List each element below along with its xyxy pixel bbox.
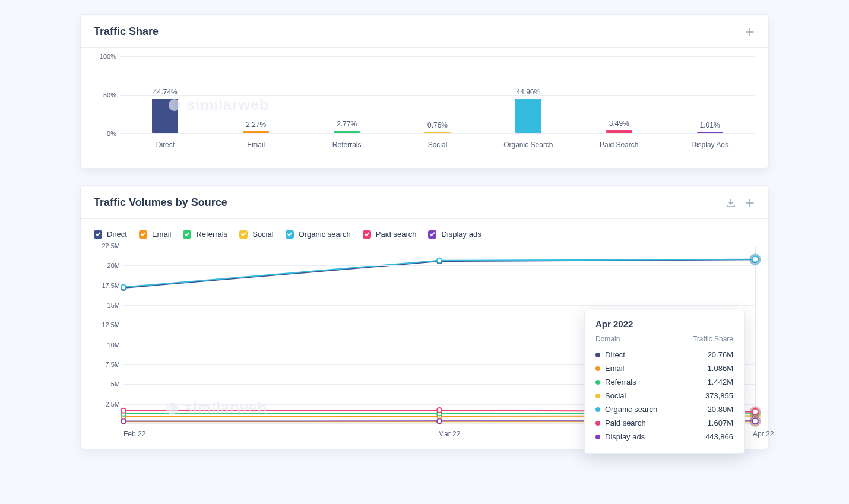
legend-label: Display ads <box>441 230 481 239</box>
bar-value-label: 1.01% <box>700 121 720 129</box>
legend-item-referrals[interactable]: Referrals <box>183 230 227 239</box>
add-icon[interactable] <box>745 198 755 208</box>
bar-value-label: 3.49% <box>609 119 629 128</box>
y-tick: 7.5M <box>94 361 120 368</box>
download-icon[interactable] <box>726 198 736 208</box>
legend-item-email[interactable]: Email <box>139 230 172 239</box>
checkbox-icon <box>183 230 191 239</box>
legend-item-direct[interactable]: Direct <box>94 230 127 239</box>
tooltip-value: 1.607M <box>708 419 733 427</box>
y-tick: 10M <box>94 341 120 348</box>
y-tick: 50% <box>94 91 116 99</box>
series-point[interactable] <box>121 408 126 413</box>
series-color-dot <box>595 353 600 357</box>
tooltip-col-domain: Domain <box>595 335 620 343</box>
tooltip-row: Direct20.76M <box>595 348 733 362</box>
x-tick: Paid Search <box>574 141 664 149</box>
legend-label: Email <box>152 230 172 239</box>
x-tick: Email <box>211 141 302 149</box>
card-header: Traffic Share <box>81 15 768 48</box>
card-title: Traffic Volumes by Source <box>94 196 227 209</box>
series-color-dot <box>595 407 600 412</box>
series-color-dot <box>595 421 600 426</box>
bar-value-label: 2.27% <box>246 121 266 129</box>
legend-label: Social <box>252 230 273 239</box>
tooltip-value: 20.80M <box>708 405 733 414</box>
x-tick: Display Ads <box>664 141 755 149</box>
tooltip-row: Organic search20.80M <box>595 402 733 416</box>
traffic-volumes-card: Traffic Volumes by Source DirectEmailRef… <box>80 185 769 449</box>
card-title: Traffic Share <box>94 26 159 38</box>
y-tick: 100% <box>94 53 116 60</box>
legend-label: Referrals <box>196 230 227 239</box>
bar-value-label: 2.77% <box>337 120 357 128</box>
tooltip-label: Direct <box>605 350 703 359</box>
tooltip-row: Display ads443,866 <box>595 430 733 443</box>
traffic-share-bar-chart: 44.74%2.27%2.77%0.76%44.96%3.49%1.01% si… <box>120 56 755 157</box>
x-tick: Organic Search <box>483 141 574 149</box>
legend-item-display-ads[interactable]: Display ads <box>428 230 481 239</box>
series-color-dot <box>595 380 600 385</box>
legend-label: Direct <box>107 230 127 239</box>
x-tick: Social <box>392 141 483 149</box>
tooltip-row: Paid search1.607M <box>595 416 733 430</box>
y-tick: 22.5M <box>94 242 120 249</box>
tooltip-label: Referrals <box>605 378 703 386</box>
series-point[interactable] <box>437 419 442 423</box>
tooltip-value: 20.76M <box>708 350 733 359</box>
legend-label: Organic search <box>299 230 351 239</box>
tooltip-label: Display ads <box>605 432 701 441</box>
x-tick: Referrals <box>302 141 392 149</box>
y-tick: 0% <box>94 130 116 137</box>
checkbox-icon <box>139 230 147 239</box>
series-color-dot <box>595 394 600 398</box>
tooltip-label: Email <box>605 364 703 373</box>
chart-tooltip: Apr 2022 Domain Traffic Share Direct20.7… <box>584 310 745 454</box>
series-color-dot <box>595 435 600 439</box>
tooltip-title: Apr 2022 <box>595 319 733 329</box>
series-point[interactable] <box>437 408 442 413</box>
series-point[interactable] <box>752 418 758 424</box>
y-tick: 17.5M <box>94 282 120 289</box>
checkbox-icon <box>239 230 248 239</box>
legend-item-social[interactable]: Social <box>239 230 273 239</box>
add-icon[interactable] <box>745 27 755 37</box>
y-tick: 15M <box>94 302 120 309</box>
series-point[interactable] <box>121 419 126 423</box>
tooltip-value: 373,855 <box>705 391 733 400</box>
series-color-dot <box>595 366 600 371</box>
card-header: Traffic Volumes by Source <box>81 186 768 219</box>
legend: DirectEmailReferralsSocialOrganic search… <box>94 227 755 246</box>
tooltip-label: Social <box>605 391 701 400</box>
legend-item-organic-search[interactable]: Organic search <box>286 230 351 239</box>
legend-label: Paid search <box>376 230 417 239</box>
y-tick: 2.5M <box>94 401 120 408</box>
tooltip-value: 443,866 <box>705 432 733 441</box>
series-point[interactable] <box>437 258 442 263</box>
legend-item-paid-search[interactable]: Paid search <box>363 230 417 239</box>
bar-value-label: 0.76% <box>427 121 448 129</box>
tooltip-row: Email1.086M <box>595 362 733 375</box>
tooltip-label: Organic search <box>605 405 703 414</box>
tooltip-value: 1.442M <box>708 378 733 386</box>
series-point[interactable] <box>752 409 758 415</box>
y-tick: 12.5M <box>94 321 120 328</box>
checkbox-icon <box>94 230 102 239</box>
checkbox-icon <box>286 230 294 239</box>
tooltip-row: Social373,855 <box>595 389 733 402</box>
tooltip-col-share: Traffic Share <box>693 335 733 343</box>
y-tick: 20M <box>94 262 120 269</box>
tooltip-label: Paid search <box>605 419 703 427</box>
series-point[interactable] <box>752 256 758 262</box>
tooltip-value: 1.086M <box>708 364 733 373</box>
y-tick: 5M <box>94 381 120 388</box>
checkbox-icon <box>363 230 371 239</box>
checkbox-icon <box>428 230 436 239</box>
traffic-share-card: Traffic Share 44.74%2.27%2.77%0.76%44.96… <box>80 14 769 169</box>
tooltip-row: Referrals1.442M <box>595 375 733 389</box>
x-tick: Direct <box>120 141 211 149</box>
